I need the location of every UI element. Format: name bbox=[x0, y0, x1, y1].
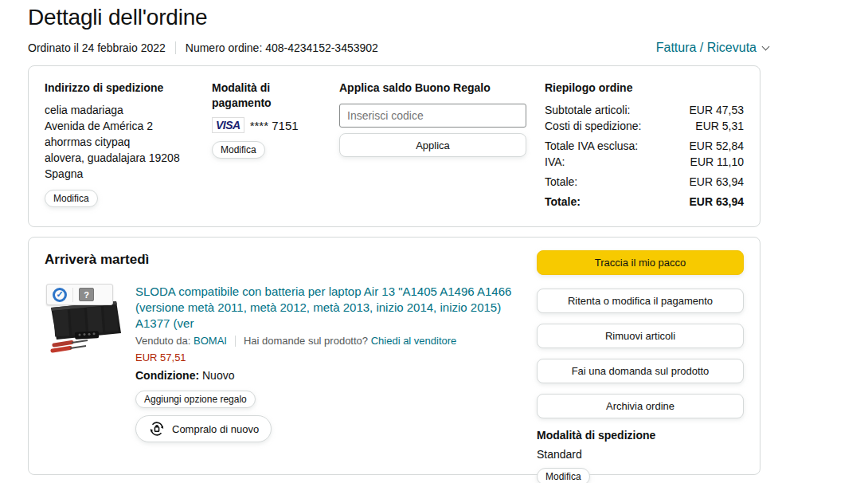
summary-row-grand-total: Totale:EUR 63,94 bbox=[545, 194, 744, 210]
product-info: SLODA compatibile con batteria per lapto… bbox=[135, 284, 513, 442]
summary-row: Totale IVA esclusa:EUR 52,84 bbox=[545, 138, 744, 154]
shipping-address-section: Indirizzo di spedizione celia madariaga … bbox=[45, 80, 212, 212]
payment-card-row: VISA **** 7151 bbox=[212, 117, 339, 133]
address-line: ahorrmas citypaq bbox=[45, 134, 212, 150]
sold-by-label: Venduto da: bbox=[135, 335, 190, 347]
seller-divider bbox=[235, 336, 236, 347]
seller-link[interactable]: BOMAI bbox=[194, 335, 227, 347]
invoice-link[interactable]: Fattura / Ricevuta bbox=[656, 41, 768, 55]
ask-question-button[interactable]: Fai una domanda sul prodotto bbox=[537, 359, 744, 383]
retry-payment-button[interactable]: Ritenta o modifica il pagamento bbox=[537, 289, 744, 313]
address-line: celia madariaga bbox=[45, 102, 212, 118]
shipping-method-value: Standard bbox=[537, 448, 744, 461]
payment-method-title: Modalità di pagamento bbox=[212, 80, 303, 111]
edit-shipping-method-button[interactable]: Modifica bbox=[537, 468, 590, 483]
edit-address-button[interactable]: Modifica bbox=[45, 190, 98, 207]
apply-gift-code-button[interactable]: Applica bbox=[339, 133, 526, 157]
product-row: ✓ ? bbox=[45, 284, 513, 442]
gift-card-section: Applica saldo Buono Regalo Applica bbox=[339, 80, 526, 212]
archive-order-button[interactable]: Archivia ordine bbox=[537, 394, 744, 418]
extension-overlay: ✓ ? bbox=[46, 284, 113, 305]
product-image[interactable]: ✓ ? bbox=[45, 284, 124, 359]
page-title: Dettagli dell'ordine bbox=[28, 5, 868, 30]
order-meta-row: Ordinato il 24 febbraio 2022 Numero ordi… bbox=[28, 41, 768, 55]
summary-row: Costi di spedizione:EUR 5,31 bbox=[545, 118, 744, 134]
shipment-details: Arriverà martedì ✓ ? bbox=[45, 250, 513, 461]
address-line: Avenida de América 2 bbox=[45, 118, 212, 134]
buy-again-icon bbox=[148, 420, 166, 438]
meta-divider bbox=[175, 41, 176, 54]
order-number: Numero ordine: 408-4234152-3453902 bbox=[186, 41, 378, 54]
question-text: Hai domande sul prodotto? bbox=[244, 335, 368, 347]
track-package-button[interactable]: Traccia il mio pacco bbox=[537, 250, 744, 275]
card-last-digits: **** 7151 bbox=[250, 119, 299, 132]
visa-icon: VISA bbox=[212, 117, 244, 133]
shipping-address-title: Indirizzo di spedizione bbox=[45, 80, 212, 96]
add-gift-option-button[interactable]: Aggiungi opzione regalo bbox=[135, 391, 256, 408]
seller-line: Venduto da: BOMAI Hai domande sul prodot… bbox=[135, 335, 513, 347]
order-totals-section: Riepilogo ordine Subtotale articoli:EUR … bbox=[545, 80, 744, 212]
order-date: Ordinato il 24 febbraio 2022 bbox=[28, 41, 166, 54]
summary-row: IVA:EUR 11,10 bbox=[545, 154, 744, 170]
ask-seller-link[interactable]: Chiedi al venditore bbox=[371, 335, 457, 347]
address-line: alovera, guadalajara 19208 bbox=[45, 150, 212, 166]
gift-card-title: Applica saldo Buono Regalo bbox=[339, 80, 526, 96]
order-details-page: Dettagli dell'ordine Ordinato il 24 febb… bbox=[0, 0, 868, 475]
address-line: Spagna bbox=[45, 166, 212, 182]
shipment-card: Arriverà martedì ✓ ? bbox=[28, 237, 760, 475]
overlay-divider bbox=[72, 288, 73, 302]
question-mark-icon[interactable]: ? bbox=[79, 288, 94, 301]
buy-again-label: Compralo di nuovo bbox=[172, 423, 259, 435]
order-totals-title: Riepilogo ordine bbox=[545, 80, 744, 96]
remove-items-button[interactable]: Rimuovi articoli bbox=[537, 324, 744, 348]
product-price: EUR 57,51 bbox=[135, 351, 513, 363]
summary-row: Totale:EUR 63,94 bbox=[545, 174, 744, 190]
summary-row: Subtotale articoli:EUR 47,53 bbox=[545, 102, 744, 118]
order-summary-card: Indirizzo di spedizione celia madariaga … bbox=[28, 65, 760, 227]
product-title-link[interactable]: SLODA compatibile con batteria per lapto… bbox=[135, 284, 513, 332]
payment-method-section: Modalità di pagamento VISA **** 7151 Mod… bbox=[212, 80, 339, 212]
product-condition: Condizione: Nuovo bbox=[135, 369, 513, 382]
chevron-down-icon bbox=[762, 42, 770, 50]
check-circle-icon[interactable]: ✓ bbox=[53, 288, 67, 302]
arrival-title: Arriverà martedì bbox=[45, 252, 513, 268]
edit-payment-button[interactable]: Modifica bbox=[212, 141, 265, 159]
buy-again-button[interactable]: Compralo di nuovo bbox=[135, 415, 272, 442]
shipment-actions: Traccia il mio pacco Ritenta o modifica … bbox=[537, 250, 744, 461]
gift-code-input[interactable] bbox=[339, 104, 526, 128]
shipping-method-title: Modalità di spedizione bbox=[537, 429, 744, 442]
